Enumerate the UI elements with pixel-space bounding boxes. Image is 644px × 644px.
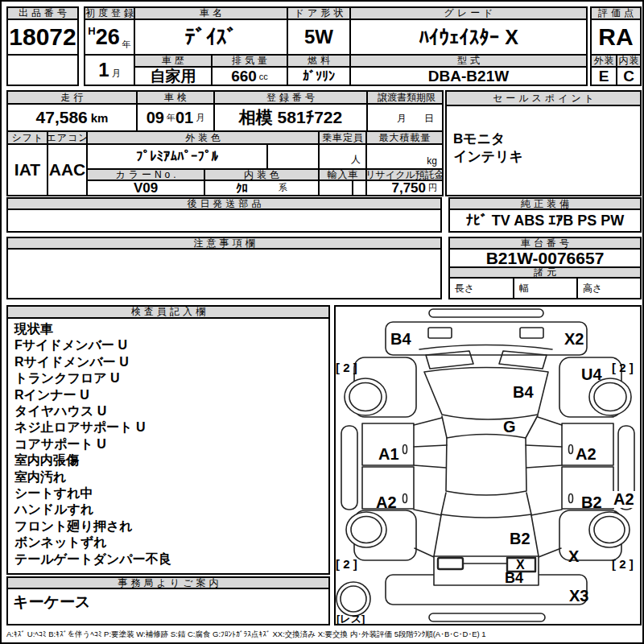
hood-label: B4: [513, 383, 534, 401]
color-no-value: V09: [86, 180, 205, 196]
front-plate-left: [428, 328, 452, 338]
import-divider: [332, 181, 354, 195]
sales-points-header: セールスポイント: [447, 92, 640, 106]
tailgate-right-edge: [531, 515, 539, 556]
windshield-left-edge: [442, 416, 447, 438]
quarter-right-line: [539, 548, 561, 557]
windshield-right-edge: [526, 415, 538, 438]
b-pillar-right-line1: [526, 445, 562, 447]
car-damage-diagram: B4 X2 [ 2 ] [ 2 ] U4 B4 G A1 A2 A2 B2 A2…: [336, 307, 640, 624]
tailgate-label: B2: [510, 530, 530, 547]
era-letter: H: [88, 25, 95, 37]
import-value: [318, 180, 367, 196]
score-value: RA: [590, 19, 642, 56]
front-plate-right: [520, 328, 543, 338]
b-pillar-right-line2: [526, 465, 562, 468]
door-rear-left-label: A2: [376, 493, 397, 511]
rear-window-arc: [441, 514, 531, 518]
sales-points-list: Bモニタインテリキ: [447, 106, 640, 166]
front-bumper-shape: [386, 322, 587, 355]
history-value: 自家用: [134, 66, 213, 86]
door-rear-right-label: B2: [581, 493, 602, 511]
front-bumper-left-label: B4: [390, 330, 411, 348]
rear-bumper-label: X3: [569, 587, 588, 605]
exterior-color-value: ﾌﾟﾚﾐｱﾑﾊﾟｰﾌﾟﾙ: [86, 143, 268, 170]
inspection-value: 09年01月: [136, 103, 215, 132]
grade-value: ﾊｲｳｪｲｽﾀｰ X: [349, 19, 588, 56]
equipment-value: ﾅﾋﾞ TV ABS ｴｱB PS PW: [448, 208, 642, 233]
sales-points-box: セールスポイント Bモニタインテリキ: [445, 90, 642, 196]
spec-width-cell: 幅: [513, 277, 578, 299]
door-handle-front-left: [403, 445, 407, 454]
mileage-value: 47,586km: [6, 103, 138, 132]
exterior-grade-value: E: [590, 66, 617, 86]
spare-tire-outer: [336, 582, 370, 616]
first-registration-year: H26年: [84, 19, 135, 56]
roof-strip-bottom: [429, 613, 545, 621]
registration-number-value: 相模 581ﾁ722: [213, 103, 368, 132]
a-pillar-right-line: [538, 417, 562, 425]
tire-rear-right-label: [ 2 ]: [612, 557, 634, 571]
tire-front-left-label: [ 2 ]: [336, 361, 357, 374]
tailgate-left-edge: [434, 515, 441, 556]
quarter-rear-right-label: A2: [613, 490, 634, 508]
roof-shape: [446, 435, 526, 496]
headlight-right: [499, 351, 547, 369]
wheel-front-right-outer: [589, 378, 631, 415]
door-handle-rear-left: [403, 494, 407, 503]
later-parts-value: [6, 208, 442, 233]
tire-front-right-label: [ 2 ]: [612, 361, 634, 374]
auction-sheet: 出品番号 18072 初度登録 H26年 1月 車名 ﾃﾞｲｽﾞ 車歴 自家用 …: [0, 0, 644, 644]
door-handle-front-right: [569, 445, 573, 454]
rear-window-left-edge: [441, 493, 446, 514]
left-sill: [341, 426, 357, 510]
first-registration-month: 1月: [84, 54, 135, 86]
interior-color-value: ｸﾛ系: [204, 180, 320, 196]
spare-label: [レス]: [336, 613, 365, 624]
exterior-color-empty-cell: [266, 143, 320, 170]
fender-front-right-label: U4: [581, 365, 602, 383]
cowl-arc: [419, 345, 552, 350]
c-pillar-right-line: [531, 510, 562, 515]
displacement-value: 660cc: [211, 66, 288, 86]
door-front-right-label: A2: [576, 445, 597, 463]
door-front-left-label: A1: [378, 445, 399, 463]
shift-value: IAT: [6, 143, 48, 196]
fuel-value: ｶﾞｿﾘﾝ: [287, 66, 351, 86]
rear-gate-lower-label: B4: [505, 570, 523, 586]
inspector-notes-list: 現状車Fサイドメンバー URサイドメンバー Uトランクフロア URインナー Uタ…: [6, 317, 330, 575]
office-info-value: キーケース: [6, 588, 330, 625]
door-shape-value: 5W: [287, 19, 351, 56]
lot-empty-cell: [6, 54, 79, 86]
b-pillar-left-line2: [414, 465, 446, 468]
wheel-front-left-outer: [345, 378, 386, 415]
cautions-value: [6, 248, 442, 299]
max-load-value: kg: [365, 143, 444, 170]
roof-strip-top: [429, 309, 543, 317]
car-name-value: ﾃﾞｲｽﾞ: [134, 19, 288, 56]
interior-grade-value: C: [616, 66, 642, 86]
capacity-value: 人: [318, 143, 367, 170]
model-code-value: DBA-B21W: [349, 66, 588, 86]
a-pillar-left-line: [414, 418, 442, 425]
spec-height-cell: 高さ: [576, 277, 642, 299]
b-pillar-left-line1: [414, 445, 447, 447]
transfer-deadline-value: 月日: [366, 103, 444, 132]
door-handle-rear-right: [569, 494, 573, 503]
tire-rear-left-label: [ 2 ]: [336, 557, 357, 571]
legend-line: A:ｷｽﾞ U:ﾍｺﾐ B:ｷｽﾞを伴うﾍｺﾐ P:要塗装 W:補修跡 S:錆 …: [6, 630, 642, 640]
headlight-left: [426, 351, 473, 369]
damage-diagram-box: B4 X2 [ 2 ] [ 2 ] U4 B4 G A1 A2 A2 B2 A2…: [334, 305, 642, 625]
windshield-label: G: [503, 418, 516, 436]
quarter-left-line: [415, 548, 434, 557]
wheel-rear-right-outer: [589, 512, 630, 547]
rear-right-x-label: X: [568, 547, 580, 565]
c-pillar-left-line: [414, 510, 441, 515]
rear-window-right-edge: [526, 493, 531, 514]
ac-value: AAC: [47, 143, 88, 196]
front-bumper-right-label: X2: [564, 330, 584, 348]
recycle-value: 7,750円: [365, 180, 444, 196]
lot-number-value: 18072: [6, 19, 79, 56]
wheel-rear-left-outer: [346, 512, 386, 547]
spec-length-cell: 長さ: [448, 277, 514, 299]
